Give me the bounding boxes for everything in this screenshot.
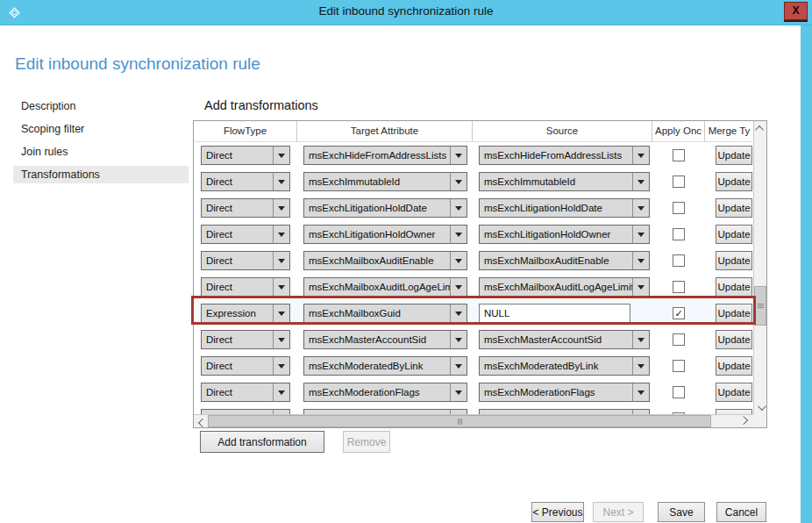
target-attribute-dropdown[interactable]: msExchLitigationHoldDate bbox=[303, 198, 467, 218]
chevron-down-icon bbox=[632, 278, 649, 296]
column-header-source: Source bbox=[473, 121, 652, 141]
chevron-down-icon bbox=[450, 173, 467, 190]
target-attribute-dropdown[interactable]: msExchImmutableId bbox=[303, 172, 467, 191]
flowtype-value: Direct bbox=[202, 383, 273, 401]
chevron-down-icon bbox=[632, 199, 649, 217]
close-button[interactable]: X bbox=[784, 2, 808, 20]
source-value: msExchLitigationHoldOwner bbox=[480, 226, 632, 243]
merge-type-button[interactable]: Update bbox=[716, 304, 752, 323]
target-attribute-value: msExchMailboxGuid bbox=[304, 304, 450, 322]
table-row-highlighted: Expression msExchMailboxGuid ✓ Update bbox=[194, 300, 753, 326]
source-dropdown[interactable]: msExchLitigationHoldDate bbox=[479, 198, 650, 218]
merge-type-button[interactable]: Update bbox=[716, 225, 752, 244]
chevron-down-icon bbox=[450, 226, 467, 243]
column-header-merge-type: Merge Ty bbox=[705, 121, 753, 141]
source-expression-input[interactable] bbox=[479, 304, 630, 323]
apply-once-checkbox[interactable] bbox=[673, 254, 685, 267]
source-dropdown[interactable]: msExchModerationFlags bbox=[479, 383, 650, 402]
chevron-down-icon bbox=[273, 252, 289, 269]
merge-type-button[interactable]: Update bbox=[716, 172, 752, 191]
table-row: Direct msExchModerationFlags msExchModer… bbox=[194, 379, 753, 405]
flowtype-dropdown[interactable]: Direct bbox=[201, 330, 290, 349]
vertical-scrollbar[interactable] bbox=[753, 121, 766, 414]
source-dropdown[interactable]: msExchLitigationHoldOwner bbox=[479, 225, 650, 244]
scroll-right-icon[interactable] bbox=[737, 415, 751, 427]
scroll-down-icon[interactable] bbox=[754, 400, 766, 414]
target-attribute-dropdown[interactable]: msExchMailboxAuditLogAgeLimit bbox=[303, 277, 467, 297]
scroll-left-icon[interactable] bbox=[194, 415, 208, 427]
table-row: Direct msExchModeratedByLink msExchModer… bbox=[194, 353, 753, 379]
chevron-down-icon bbox=[273, 173, 289, 190]
source-value: msExchMasterAccountSid bbox=[480, 331, 632, 348]
target-attribute-value: msExchImmutableId bbox=[304, 173, 450, 190]
target-attribute-dropdown[interactable]: msExchHideFromAddressLists bbox=[303, 146, 467, 165]
source-dropdown[interactable]: msExchMasterAccountSid bbox=[479, 330, 650, 349]
target-attribute-dropdown[interactable]: msExchModerationFlags bbox=[303, 383, 467, 402]
flowtype-dropdown[interactable]: Direct bbox=[201, 225, 290, 244]
table-row: Direct msExchMailboxAuditEnable msExchMa… bbox=[194, 247, 753, 274]
chevron-down-icon bbox=[632, 357, 649, 375]
horizontal-scrollbar[interactable] bbox=[194, 414, 753, 427]
merge-type-button[interactable]: Update bbox=[716, 330, 752, 349]
source-dropdown[interactable]: msExchModeratedByLink bbox=[479, 356, 650, 376]
sidebar-item-scoping-filter[interactable]: Scoping filter bbox=[13, 120, 189, 138]
apply-once-checkbox[interactable] bbox=[673, 176, 685, 188]
chevron-down-icon bbox=[273, 331, 289, 348]
sidebar-item-transformations[interactable]: Transformations bbox=[13, 166, 189, 183]
source-dropdown[interactable]: msExchMailboxAuditLogAgeLimit bbox=[479, 277, 650, 297]
target-attribute-dropdown[interactable]: msExchMailboxAuditEnable bbox=[303, 251, 467, 270]
target-attribute-value: msExchMailboxAuditEnable bbox=[304, 252, 450, 269]
apply-once-checkbox[interactable] bbox=[673, 386, 685, 398]
chevron-down-icon bbox=[632, 383, 649, 401]
apply-once-checkbox[interactable] bbox=[673, 149, 685, 161]
source-dropdown[interactable]: msExchMailboxAuditEnable bbox=[479, 251, 650, 270]
flowtype-dropdown[interactable]: Direct bbox=[201, 383, 290, 402]
table-row: Direct msExchLitigationHoldOwner msExchL… bbox=[194, 221, 753, 247]
apply-once-checkbox[interactable] bbox=[673, 281, 685, 293]
table-row: Direct msExchImmutableId msExchImmutable… bbox=[194, 168, 753, 195]
cancel-button[interactable]: Cancel bbox=[716, 502, 766, 522]
table-row-partial: msExchRecipientDisplayType bbox=[194, 405, 753, 414]
merge-type-button[interactable]: Update bbox=[716, 198, 752, 218]
merge-type-button[interactable]: Update bbox=[716, 356, 752, 376]
remove-button[interactable]: Remove bbox=[343, 431, 390, 453]
flowtype-dropdown[interactable]: Direct bbox=[201, 146, 290, 165]
merge-type-button[interactable]: Update bbox=[716, 251, 752, 270]
target-attribute-dropdown[interactable]: msExchLitigationHoldOwner bbox=[303, 225, 467, 244]
sidebar-item-description[interactable]: Description bbox=[13, 97, 189, 115]
target-attribute-dropdown[interactable]: msExchModeratedByLink bbox=[303, 356, 467, 376]
apply-once-checkbox[interactable] bbox=[673, 333, 685, 346]
target-attribute-dropdown[interactable]: msExchMasterAccountSid bbox=[303, 330, 467, 349]
previous-button[interactable]: < Previous bbox=[531, 502, 584, 522]
table-row: Direct msExchHideFromAddressLists msExch… bbox=[194, 142, 753, 168]
add-transformation-button[interactable]: Add transformation bbox=[200, 431, 324, 453]
apply-once-checkbox-checked[interactable]: ✓ bbox=[673, 307, 685, 319]
source-value: msExchHideFromAddressLists bbox=[480, 147, 632, 164]
horizontal-scroll-thumb[interactable] bbox=[208, 415, 711, 427]
flowtype-dropdown[interactable]: Direct bbox=[201, 277, 290, 297]
chevron-down-icon bbox=[632, 226, 649, 243]
flowtype-dropdown[interactable]: Direct bbox=[201, 172, 290, 191]
flowtype-value: Direct bbox=[202, 226, 273, 243]
flowtype-dropdown[interactable]: Direct bbox=[201, 356, 290, 376]
scroll-up-icon[interactable] bbox=[754, 121, 766, 135]
flowtype-dropdown[interactable]: Direct bbox=[201, 251, 290, 270]
source-dropdown[interactable]: msExchImmutableId bbox=[479, 172, 650, 191]
flowtype-dropdown[interactable]: Direct bbox=[201, 198, 290, 218]
flowtype-dropdown[interactable]: Expression bbox=[201, 304, 290, 323]
apply-once-checkbox[interactable] bbox=[673, 202, 685, 214]
chevron-down-icon bbox=[450, 357, 467, 375]
merge-type-button[interactable]: Update bbox=[716, 383, 752, 402]
vertical-scroll-thumb[interactable] bbox=[754, 286, 766, 326]
merge-type-button[interactable]: Update bbox=[716, 146, 752, 165]
target-attribute-dropdown[interactable]: msExchMailboxGuid bbox=[303, 304, 467, 323]
source-value: msExchMailboxAuditEnable bbox=[480, 252, 632, 269]
next-button[interactable]: Next > bbox=[593, 502, 644, 522]
apply-once-checkbox[interactable] bbox=[673, 228, 685, 240]
save-button[interactable]: Save bbox=[658, 502, 705, 522]
transformations-table: FlowType Target Attribute Source Apply O… bbox=[193, 120, 767, 428]
sidebar-item-join-rules[interactable]: Join rules bbox=[13, 143, 189, 161]
merge-type-button[interactable]: Update bbox=[716, 277, 752, 297]
apply-once-checkbox[interactable] bbox=[673, 360, 685, 372]
source-dropdown[interactable]: msExchHideFromAddressLists bbox=[479, 146, 650, 165]
